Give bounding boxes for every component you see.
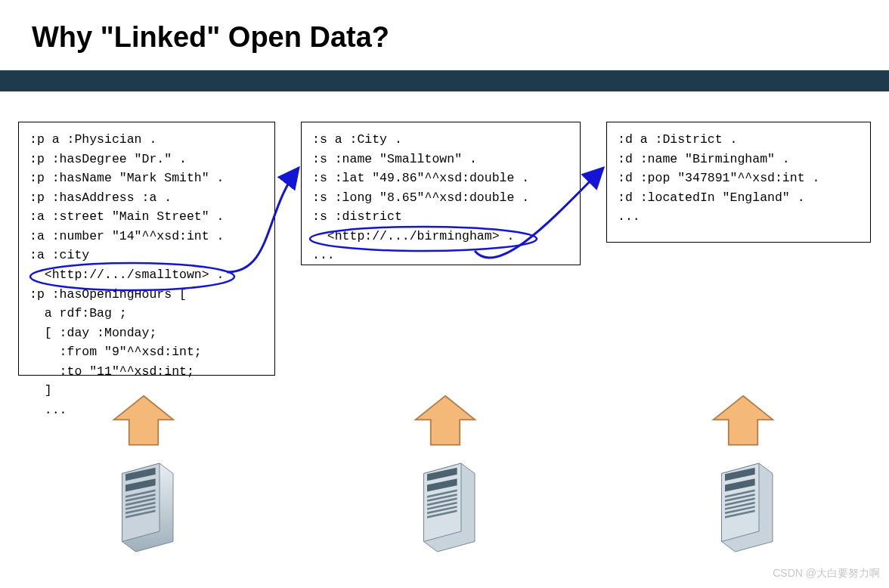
physician-panel: :p a :Physician . :p :hasDegree "Dr." . … — [18, 122, 275, 376]
up-arrow-icon — [110, 395, 178, 447]
city-panel: :s a :City . :s :name "Smalltown" . :s :… — [301, 122, 581, 265]
up-arrow-icon — [411, 395, 479, 447]
up-arrow-icon — [709, 395, 777, 447]
server-icon — [112, 455, 180, 553]
header-bar — [0, 70, 889, 91]
server-icon — [711, 455, 779, 553]
district-panel: :d a :District . :d :name "Birmingham" .… — [606, 122, 871, 243]
panel-row: :p a :Physician . :p :hasDegree "Dr." . … — [0, 91, 889, 376]
code-block-right: :d a :District . :d :name "Birmingham" .… — [618, 132, 819, 224]
code-block-mid: :s a :City . :s :name "Smalltown" . :s :… — [312, 132, 529, 262]
page-title: Why "Linked" Open Data? — [0, 0, 889, 54]
server-icon — [414, 455, 482, 553]
watermark: CSDN @大白要努力啊 — [773, 567, 880, 580]
code-block-left: :p a :Physician . :p :hasDegree "Dr." . … — [29, 132, 224, 417]
